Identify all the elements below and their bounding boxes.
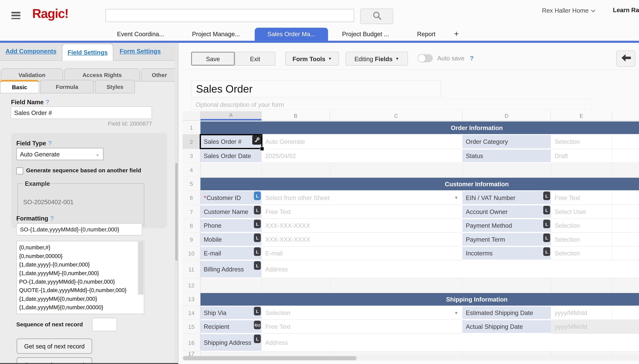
format-option[interactable]: {1,date,yyyyMM}-{0,number,000} <box>19 269 144 277</box>
editing-fields-menu[interactable]: Editing Fields ▼ <box>346 52 408 66</box>
field-label-cell[interactable]: EIN / VAT NumberL <box>462 191 551 204</box>
row-header-corner[interactable] <box>182 111 200 121</box>
field-label-cell[interactable]: Sales Order # <box>200 135 262 148</box>
subtab-access-rights[interactable]: Access Rights <box>64 68 140 81</box>
field-label-cell[interactable]: Customer NameL <box>200 205 262 218</box>
subtab-formula[interactable]: Formula <box>40 80 94 93</box>
form-description-input[interactable]: Optional description of your form <box>191 99 592 110</box>
field-value-cell[interactable]: Free Text <box>262 205 462 219</box>
empty-row[interactable] <box>200 352 639 356</box>
row-number[interactable]: 4 <box>182 163 200 177</box>
field-value-cell[interactable]: yyyy/MM/dd <box>551 320 612 334</box>
field-value-cell[interactable] <box>612 149 639 163</box>
format-option[interactable]: PO-{1,date,yyyyMMdd}-{0,number,000} <box>19 278 144 286</box>
sidebar-tab-field-settings[interactable]: Field Settings <box>62 44 114 61</box>
add-sheet-tab-button[interactable]: + <box>450 28 462 41</box>
row-number[interactable]: 12 <box>182 278 200 292</box>
field-label-cell[interactable]: Actual Shipping Date <box>462 320 551 333</box>
row-number[interactable]: 10 <box>182 246 200 260</box>
back-button[interactable] <box>616 50 635 67</box>
row-number[interactable]: 7 <box>182 205 200 219</box>
field-label-cell[interactable]: Estimated Shipping Date <box>462 306 551 319</box>
row-number[interactable]: 8 <box>182 219 200 233</box>
field-label-cell[interactable]: Payment MethodL <box>462 219 551 232</box>
section-header[interactable]: Customer Information <box>200 178 639 190</box>
field-value-cell[interactable]: Free Text <box>551 191 612 205</box>
field-label-cell[interactable]: Status <box>462 150 551 162</box>
field-value-cell[interactable]: Select from other Sheet▼ <box>262 191 462 205</box>
field-label-cell[interactable]: Account OwnerL <box>462 205 551 218</box>
sidebar-tab-form-settings[interactable]: Form Settings <box>118 48 163 54</box>
format-option[interactable]: {0,number,00000} <box>19 252 144 260</box>
learn-ragic-link[interactable]: Learn Ra <box>613 6 639 14</box>
field-value-cell[interactable]: Selection <box>551 246 612 260</box>
sidebar-scrollbar-thumb[interactable] <box>175 163 178 261</box>
empty-row[interactable] <box>200 163 639 177</box>
field-label-cell[interactable]: MobileL <box>200 233 262 246</box>
section-header[interactable]: Shipping Information <box>200 293 639 306</box>
sequence-next-record-input[interactable] <box>92 318 117 331</box>
field-value-cell[interactable]: 2025/04/02 <box>262 149 462 163</box>
field-value-cell[interactable] <box>612 233 639 246</box>
row-number[interactable]: 15 <box>182 320 200 334</box>
format-option[interactable]: QUOTE-{1,date,yyyyMMdd}-{0,number,000} <box>19 286 144 294</box>
field-value-cell[interactable]: XXX-XXX-XXXX <box>262 219 462 233</box>
field-value-cell[interactable]: XXX-XXX-XXXX <box>262 233 462 246</box>
ragic-logo[interactable]: Ragic! <box>32 6 68 21</box>
save-button[interactable]: Save <box>191 52 234 66</box>
column-header-A[interactable]: A <box>200 111 262 121</box>
row-number[interactable]: 9 <box>182 233 200 246</box>
field-value-cell[interactable]: Address <box>262 260 639 278</box>
sheet-tab[interactable]: Project Manage... <box>188 28 244 41</box>
subtab-basic[interactable]: Basic <box>0 80 39 93</box>
field-label-cell[interactable]: Shipping AddressL <box>200 334 262 351</box>
field-label-cell[interactable]: E-mailL <box>200 247 262 260</box>
formatting-input[interactable] <box>16 223 142 236</box>
field-value-cell[interactable]: Draft <box>551 149 612 163</box>
field-value-cell[interactable]: E-mail <box>262 246 462 260</box>
field-label-cell[interactable]: Ship ViaL <box>200 306 262 319</box>
field-value-cell[interactable] <box>612 205 639 219</box>
format-option[interactable]: {1,date,yyyyMM}{0,number,000} <box>19 295 144 303</box>
search-input[interactable] <box>106 9 354 22</box>
field-label-cell[interactable]: Billing AddressL <box>200 261 262 278</box>
field-name-input[interactable] <box>10 106 152 119</box>
field-value-cell[interactable]: Address <box>262 334 639 352</box>
row-number[interactable]: 3 <box>182 149 200 163</box>
field-value-cell[interactable]: Selection <box>551 219 612 233</box>
row-number[interactable]: 17 <box>182 352 200 356</box>
field-value-cell[interactable]: yyyy/MM/dd <box>551 306 612 320</box>
field-label-cell[interactable]: PhoneL <box>200 219 262 232</box>
field-value-cell[interactable]: Selection <box>551 134 612 149</box>
row-number[interactable]: 6 <box>182 191 200 205</box>
format-options-listbox[interactable]: {0,number,#}{0,number,00000}{1,date,yyyy… <box>16 241 144 314</box>
row-number[interactable]: 13 <box>182 292 200 306</box>
sheet-tab[interactable]: Report <box>412 28 441 41</box>
format-option[interactable]: {1,date,yyyyMM}{0,number,00000} <box>19 303 144 312</box>
user-home-menu[interactable]: Rex Haller Home <box>542 7 596 14</box>
format-option[interactable]: {1,date,yyyy}-{0,number,000} <box>19 260 144 269</box>
sidebar-tab-add-components[interactable]: Add Components <box>5 48 57 54</box>
listbox-scrollbar[interactable] <box>138 242 144 295</box>
column-header-C[interactable]: C <box>330 111 462 121</box>
format-option[interactable]: {0,number,#} <box>19 243 144 252</box>
field-label-cell[interactable]: IncotermsL <box>462 247 551 260</box>
field-value-cell[interactable]: Selection▼ <box>262 306 462 320</box>
field-value-cell[interactable] <box>612 306 639 320</box>
row-number[interactable]: 14 <box>182 306 200 320</box>
column-header-B[interactable]: B <box>262 111 330 121</box>
search-button[interactable] <box>360 8 393 24</box>
sheet-tab[interactable]: Event Coordina... <box>116 28 165 41</box>
generate-sequence-checkbox[interactable] <box>16 168 23 174</box>
subtab-validation[interactable]: Validation <box>1 68 63 81</box>
hamburger-menu-icon[interactable] <box>11 12 20 19</box>
auto-save-help-icon[interactable]: ? <box>470 54 474 62</box>
field-type-help-icon[interactable]: ? <box>48 140 52 147</box>
subtab-styles[interactable]: Styles <box>95 80 135 93</box>
row-number[interactable]: 11 <box>182 260 200 278</box>
row-number[interactable]: 5 <box>182 177 200 191</box>
column-header-f[interactable] <box>612 111 639 121</box>
subtab-other[interactable]: Other <box>141 68 178 81</box>
field-label-cell[interactable]: *Customer IDL <box>200 191 262 204</box>
field-name-help-icon[interactable]: ? <box>46 99 49 106</box>
